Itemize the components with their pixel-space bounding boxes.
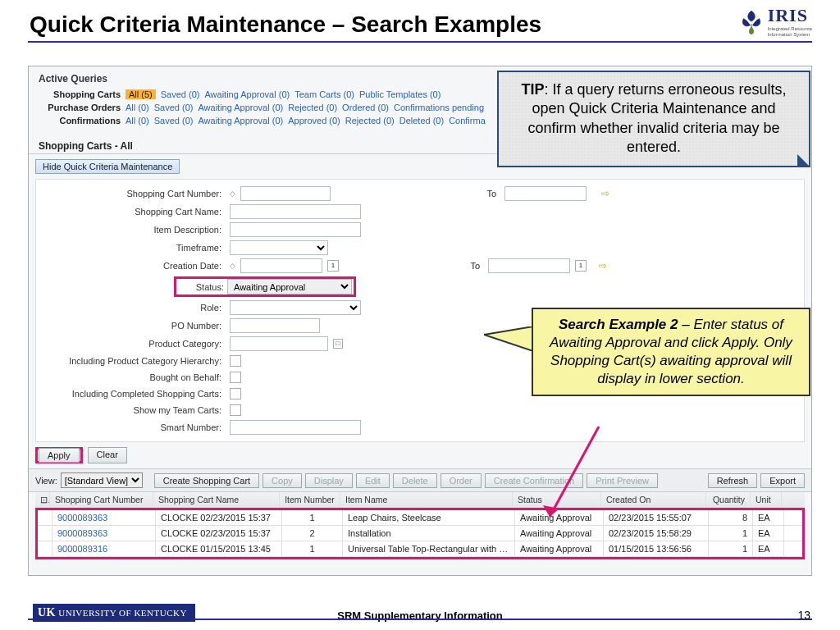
refresh-button[interactable]: Refresh [708, 473, 758, 488]
prod-cat-input[interactable] [230, 336, 328, 351]
svg-marker-0 [484, 326, 533, 351]
create-cart-button[interactable]: Create Shopping Cart [154, 473, 259, 488]
smart-input[interactable] [230, 420, 361, 435]
cart-number-to-input[interactable] [504, 186, 587, 201]
example-callout: Search Example 2 – Enter status of Await… [532, 308, 810, 396]
title-underline [28, 41, 812, 43]
slide-title: Quick Criteria Maintenance – Search Exam… [0, 0, 840, 41]
query-link[interactable]: Confirma [449, 116, 486, 126]
po-number-input[interactable] [230, 318, 320, 333]
team-checkbox[interactable] [230, 404, 241, 416]
range-arrow-icon[interactable]: ⇨ [601, 188, 609, 199]
creation-date-to-input[interactable] [488, 258, 570, 273]
iris-logo: IRIS Integrated Resource Information Sys… [738, 5, 812, 37]
item-desc-input[interactable] [230, 222, 361, 237]
select-col[interactable]: ⊡ [35, 492, 50, 507]
cart-number-input[interactable] [240, 186, 331, 201]
query-link[interactable]: Awaiting Approval (0) [198, 116, 283, 126]
col-cart-number[interactable]: Shopping Cart Number [50, 492, 153, 507]
lookup-icon[interactable]: □ [333, 339, 343, 349]
query-label: Confirmations [39, 116, 121, 126]
team-label: Show my Team Carts: [44, 405, 225, 415]
apply-button[interactable]: Apply [39, 448, 80, 463]
tip-callout: TIP: If a query returns erroneous result… [497, 71, 810, 167]
arrow-annotation-icon [533, 427, 615, 533]
query-link[interactable]: Saved (0) [161, 89, 200, 99]
footer-uk-logo: UK UNIVERSITY OF KENTUCKY [33, 604, 195, 622]
edit-button[interactable]: Edit [356, 473, 390, 488]
prod-cat-label: Product Category: [44, 339, 225, 349]
toggle-criteria-button[interactable]: Hide Quick Criteria Maintenance [35, 159, 180, 174]
cart-name-input[interactable] [230, 204, 361, 219]
to-label: To [336, 189, 500, 199]
item-desc-label: Item Description: [44, 225, 225, 235]
view-select[interactable]: [Standard View] [61, 472, 143, 488]
col-qty[interactable]: Quantity [706, 492, 751, 507]
query-link[interactable]: Rejected (0) [288, 103, 337, 112]
query-chip-all[interactable]: All (5) [126, 89, 156, 99]
display-button[interactable]: Display [305, 473, 353, 488]
query-link[interactable]: Awaiting Approval (0) [204, 89, 290, 99]
export-button[interactable]: Export [760, 473, 805, 488]
query-link[interactable]: Approved (0) [288, 116, 340, 126]
col-unit[interactable]: Unit [751, 492, 782, 507]
cart-number-label: Shopping Cart Number: [44, 189, 225, 199]
delete-button[interactable]: Delete [393, 473, 437, 488]
query-link[interactable]: Ordered (0) [342, 103, 389, 112]
col-cart-name[interactable]: Shopping Cart Name [153, 492, 280, 507]
behalf-label: Bought on Behalf: [44, 372, 225, 382]
query-link[interactable]: Public Templates (0) [359, 89, 441, 99]
table-row[interactable]: 9000089363CLOCKE 02/23/2015 15:371Leap C… [38, 510, 802, 526]
po-number-label: PO Number: [44, 321, 225, 331]
range-arrow-icon[interactable]: ⇨ [599, 260, 607, 272]
clear-button[interactable]: Clear [88, 447, 127, 463]
copy-button[interactable]: Copy [262, 473, 302, 488]
callout-pointer-icon [484, 326, 533, 351]
iris-logo-name: IRIS [768, 5, 812, 26]
creation-date-input[interactable] [240, 258, 322, 273]
col-item-number[interactable]: Item Number [280, 492, 340, 507]
table-row[interactable]: 9000089316CLOCKE 01/15/2015 13:451Univer… [38, 541, 802, 557]
diamond-icon: ◇ [230, 189, 235, 198]
calendar-icon[interactable]: 1 [327, 260, 339, 272]
creation-date-label: Creation Date: [44, 261, 225, 271]
completed-checkbox[interactable] [230, 388, 241, 399]
query-link[interactable]: All (0) [126, 103, 149, 112]
example-label: Search Example 2 [559, 317, 678, 332]
table-row[interactable]: 9000089363CLOCKE 02/23/2015 15:372Instal… [38, 526, 802, 541]
results-toolbar: View: [Standard View] Create Shopping Ca… [29, 468, 811, 492]
smart-label: Smart Number: [44, 422, 225, 432]
query-link[interactable]: Confirmations pending [394, 103, 484, 112]
query-link[interactable]: Deleted (0) [399, 116, 444, 126]
view-label: View: [35, 476, 57, 486]
query-link[interactable]: Saved (0) [154, 103, 194, 112]
role-select[interactable] [230, 300, 361, 315]
completed-label: Including Completed Shopping Carts: [44, 389, 225, 399]
to-label: To [344, 261, 483, 271]
iris-flower-icon [738, 7, 765, 36]
behalf-checkbox[interactable] [230, 372, 241, 383]
results-header: ⊡ Shopping Cart Number Shopping Cart Nam… [35, 492, 805, 508]
col-created[interactable]: Created On [601, 492, 706, 507]
svg-line-1 [550, 427, 599, 517]
hierarchy-checkbox[interactable] [230, 355, 241, 367]
status-select[interactable]: Awaiting Approval [227, 279, 352, 294]
cart-name-label: Shopping Cart Name: [44, 207, 225, 217]
order-button[interactable]: Order [441, 473, 482, 488]
role-label: Role: [44, 303, 225, 313]
status-label: Status: [178, 282, 227, 292]
tip-text: : If a query returns erroneous results, … [527, 81, 786, 155]
query-link[interactable]: Rejected (0) [345, 116, 395, 126]
query-link[interactable]: All (0) [126, 116, 149, 126]
query-link[interactable]: Saved (0) [154, 116, 194, 126]
tip-label: TIP [521, 81, 544, 98]
footer-page-number: 13 [797, 609, 810, 622]
apply-highlight: Apply [35, 447, 83, 463]
col-item-name[interactable]: Item Name [340, 492, 513, 507]
calendar-icon[interactable]: 1 [575, 260, 587, 272]
timeframe-label: Timeframe: [44, 243, 225, 253]
query-link[interactable]: Team Carts (0) [294, 89, 354, 99]
query-link[interactable]: Awaiting Approval (0) [198, 103, 283, 112]
query-label: Shopping Carts [39, 89, 121, 99]
timeframe-select[interactable] [230, 240, 328, 255]
